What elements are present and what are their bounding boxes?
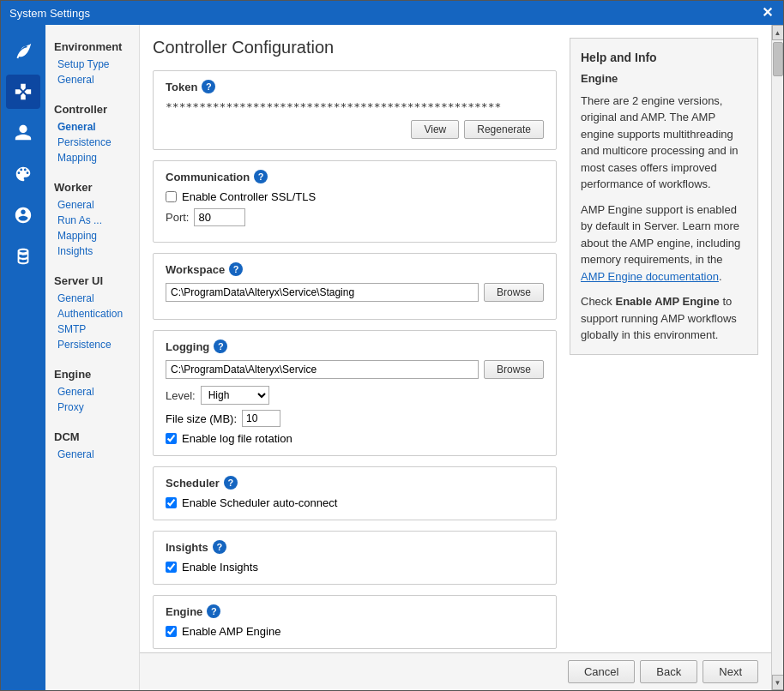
regenerate-button[interactable]: Regenerate <box>464 120 544 139</box>
communication-legend: Communication ? <box>166 170 544 183</box>
content-left: Controller Configuration Token ? *******… <box>153 38 557 644</box>
autoconnect-row: Enable Scheduler auto-connect <box>166 496 544 509</box>
view-button[interactable]: View <box>411 120 459 139</box>
workspace-section: Workspace ? Browse <box>153 253 557 320</box>
sidebar-worker-icon[interactable] <box>6 116 40 150</box>
level-row: Level: Low Medium High Debug <box>166 386 544 405</box>
nav-link-insights[interactable]: Insights <box>45 243 139 259</box>
token-legend: Token ? <box>166 80 544 93</box>
nav-link-mapping[interactable]: Mapping <box>45 150 139 165</box>
nav-link-proxy[interactable]: Proxy <box>45 400 139 415</box>
nav-link-server-general[interactable]: General <box>45 291 139 306</box>
nav-link-engine-general[interactable]: General <box>45 384 139 400</box>
logging-path-input[interactable] <box>166 360 479 379</box>
port-row: Port: <box>166 208 544 226</box>
insights-help-icon[interactable]: ? <box>213 540 226 554</box>
help-body1: There are 2 engine versions, original an… <box>581 93 747 193</box>
autoconnect-label: Enable Scheduler auto-connect <box>182 496 337 509</box>
nav-link-worker-general[interactable]: General <box>45 197 139 213</box>
sidebar <box>1 25 45 690</box>
ssl-checkbox[interactable] <box>166 191 177 202</box>
footer: Cancel Back Next <box>140 652 771 690</box>
sidebar-ui-icon[interactable] <box>6 157 40 191</box>
cancel-button[interactable]: Cancel <box>568 660 635 683</box>
enable-insights-checkbox[interactable] <box>166 562 177 573</box>
nav-panel: Environment Setup Type General Controlle… <box>45 25 140 690</box>
rotation-checkbox[interactable] <box>166 433 177 444</box>
nav-section-worker: Worker <box>45 174 139 197</box>
workspace-legend: Workspace ? <box>166 262 544 276</box>
nav-section-environment: Environment <box>45 33 139 57</box>
nav-link-server-persistence[interactable]: Persistence <box>45 337 139 352</box>
scroll-up-arrow[interactable]: ▲ <box>772 25 784 40</box>
token-help-icon[interactable]: ? <box>202 80 215 93</box>
nav-link-persistence[interactable]: Persistence <box>45 135 139 150</box>
nav-link-authentication[interactable]: Authentication <box>45 306 139 321</box>
back-button[interactable]: Back <box>640 660 697 683</box>
insights-legend: Insights ? <box>166 540 544 554</box>
amp-engine-checkbox[interactable] <box>166 626 177 637</box>
filesize-row: File size (MB): <box>166 410 544 427</box>
ssl-label: Enable Controller SSL/TLS <box>182 190 316 203</box>
scheduler-help-icon[interactable]: ? <box>224 476 238 490</box>
workspace-browse-button[interactable]: Browse <box>484 283 544 302</box>
workspace-help-icon[interactable]: ? <box>229 262 243 276</box>
port-label: Port: <box>166 211 189 224</box>
next-button[interactable]: Next <box>703 660 758 683</box>
page-title: Controller Configuration <box>153 38 557 57</box>
nav-section-controller: Controller <box>45 96 139 119</box>
enable-insights-row: Enable Insights <box>166 561 544 574</box>
nav-link-env-general[interactable]: General <box>45 72 139 87</box>
engine-legend: Engine ? <box>166 604 544 618</box>
help-body2: AMP Engine support is enabled by default… <box>581 201 747 285</box>
logging-section: Logging ? Browse Level: Low Medium <box>153 330 557 456</box>
main-content: Controller Configuration Token ? *******… <box>140 25 771 690</box>
filesize-label: File size (MB): <box>166 412 237 425</box>
logging-path-row: Browse <box>166 360 544 379</box>
help-title: Help and Info <box>581 49 747 67</box>
scheduler-section: Scheduler ? Enable Scheduler auto-connec… <box>153 466 557 520</box>
autoconnect-checkbox[interactable] <box>166 497 177 508</box>
logging-help-icon[interactable]: ? <box>214 339 227 353</box>
window-body: Environment Setup Type General Controlle… <box>1 25 783 690</box>
content-area: Controller Configuration Token ? *******… <box>140 25 771 652</box>
window-title: System Settings <box>9 7 90 20</box>
sidebar-dcm-icon[interactable] <box>6 239 40 273</box>
logging-legend: Logging ? <box>166 339 544 353</box>
nav-link-run-as[interactable]: Run As ... <box>45 213 139 228</box>
rotation-row: Enable log file rotation <box>166 432 544 445</box>
scrollbar[interactable]: ▲ ▼ <box>771 25 783 690</box>
logging-browse-button[interactable]: Browse <box>484 360 544 379</box>
help-subtitle: Engine <box>581 70 747 87</box>
amp-engine-label: Enable AMP Engine <box>182 625 280 638</box>
amp-doc-link[interactable]: AMP Engine documentation <box>581 270 719 283</box>
sidebar-controller-icon[interactable] <box>6 75 40 109</box>
insights-section: Insights ? Enable Insights <box>153 531 557 585</box>
sidebar-env-icon[interactable] <box>6 33 40 68</box>
close-button[interactable]: ✕ <box>760 6 775 20</box>
engine-help-icon[interactable]: ? <box>207 604 220 618</box>
level-label: Level: <box>166 389 196 402</box>
communication-help-icon[interactable]: ? <box>254 170 268 183</box>
filesize-input[interactable] <box>242 410 280 427</box>
amp-engine-row: Enable AMP Engine <box>166 625 544 638</box>
nav-link-smtp[interactable]: SMTP <box>45 321 139 337</box>
scroll-down-arrow[interactable]: ▼ <box>772 675 784 690</box>
nav-link-worker-mapping[interactable]: Mapping <box>45 228 139 243</box>
rotation-label: Enable log file rotation <box>182 432 292 445</box>
system-settings-window: System Settings ✕ <box>0 0 784 691</box>
scroll-thumb[interactable] <box>773 42 783 76</box>
nav-link-setup-type[interactable]: Setup Type <box>45 57 139 72</box>
level-select[interactable]: Low Medium High Debug <box>201 386 269 405</box>
nav-link-controller-general[interactable]: General <box>45 119 139 135</box>
workspace-path-input[interactable] <box>166 283 479 302</box>
port-input[interactable] <box>194 208 245 226</box>
help-body4: Check Enable AMP Engine to support runni… <box>581 293 747 344</box>
enable-insights-label: Enable Insights <box>182 561 258 574</box>
ssl-row: Enable Controller SSL/TLS <box>166 190 544 203</box>
nav-link-dcm-general[interactable]: General <box>45 447 139 462</box>
help-bold-text: Enable AMP Engine <box>615 295 719 308</box>
sidebar-person-icon[interactable] <box>6 198 40 232</box>
engine-section: Engine ? Enable AMP Engine <box>153 595 557 649</box>
help-panel: Help and Info Engine There are 2 engine … <box>570 38 758 644</box>
